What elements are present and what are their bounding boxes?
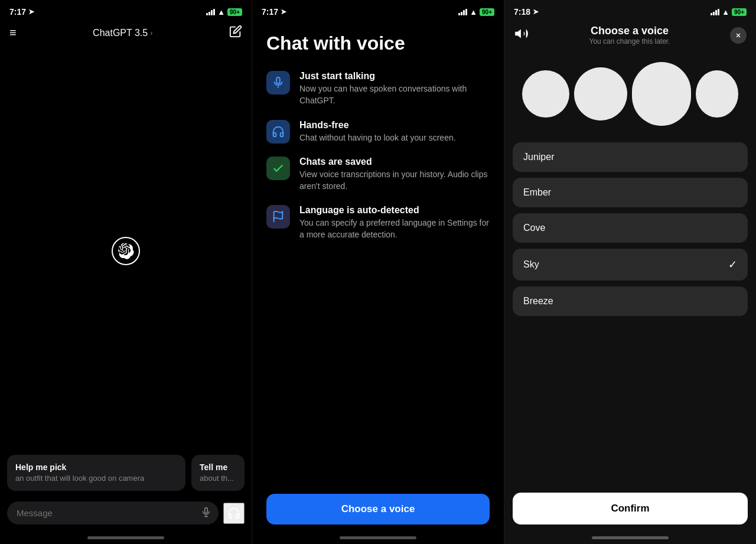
voice-avatar-4[interactable]: [696, 70, 738, 118]
input-bar: [0, 497, 252, 536]
voice-option-cove[interactable]: Cove: [513, 213, 748, 243]
battery-badge: 90+: [227, 8, 242, 16]
wifi-icon-2: ▲: [470, 8, 477, 17]
time-display-3: 7:18: [514, 7, 530, 17]
feature-icon-headphone: [266, 120, 290, 144]
signal-icon-3: [711, 9, 719, 15]
message-input-wrap: [7, 501, 219, 525]
wifi-icon-3: ▲: [722, 8, 729, 17]
suggestion-card-1[interactable]: Help me pick an outfit that will look go…: [7, 455, 185, 491]
suggestion-sub-1: an outfit that will look good on camera: [15, 474, 177, 484]
location-arrow-icon: ➤: [28, 8, 34, 16]
voice-option-sky[interactable]: Sky ✓: [513, 249, 748, 281]
selected-checkmark-icon: ✓: [728, 258, 737, 271]
suggestion-sub-2: about th...: [200, 474, 236, 484]
nav-bar: ≡ ChatGPT 3.5 ›: [0, 20, 252, 48]
message-input[interactable]: [7, 501, 219, 525]
feature-desc-language: You can specify a preferred language in …: [299, 217, 490, 240]
status-bar-3: 7:18 ➤ ▲ 90+: [504, 0, 756, 20]
voice-options-list: Juniper Ember Cove Sky ✓ Breeze: [504, 142, 756, 486]
home-indicator: [87, 536, 164, 539]
status-time-2: 7:17 ➤: [262, 7, 286, 17]
choose-voice-title: Choose a voice: [589, 25, 670, 37]
feature-title-language: Language is auto-detected: [299, 205, 490, 216]
feature-title-saved: Chats are saved: [299, 157, 490, 167]
feature-item-talking: Just start talking Now you can have spok…: [266, 71, 490, 106]
svg-rect-0: [205, 507, 208, 513]
title-chevron-icon: ›: [150, 28, 152, 37]
compose-button[interactable]: [229, 25, 242, 41]
voice-label-sky: Sky: [523, 259, 539, 270]
home-indicator-3: [592, 536, 669, 539]
choose-voice-header: Choose a voice You can change this later…: [504, 20, 756, 48]
svg-marker-6: [515, 29, 521, 38]
voice-avatar-3[interactable]: [632, 62, 691, 126]
feature-desc-talking: Now you can have spoken conversations wi…: [299, 83, 490, 106]
choose-voice-button[interactable]: Choose a voice: [266, 494, 490, 525]
location-arrow-icon-2: ➤: [281, 8, 286, 16]
voice-option-ember[interactable]: Ember: [513, 178, 748, 207]
feature-icon-flag: [266, 205, 290, 229]
voice-label-ember: Ember: [523, 187, 551, 198]
status-icons-2: ▲ 90+: [458, 8, 494, 17]
confirm-button[interactable]: Confirm: [513, 493, 748, 525]
feature-item-language: Language is auto-detected You can specif…: [266, 205, 490, 240]
battery-badge-3: 90+: [732, 8, 747, 16]
feature-desc-saved: View voice transcriptions in your histor…: [299, 169, 490, 192]
wifi-icon: ▲: [217, 8, 225, 17]
panel-chat-with-voice: 7:17 ➤ ▲ 90+ Chat with voice: [252, 0, 504, 544]
battery-badge-2: 90+: [480, 8, 494, 16]
signal-icon: [206, 9, 215, 15]
feature-title-talking: Just start talking: [299, 71, 490, 82]
chatgpt-logo: [112, 237, 140, 265]
voice-avatar-2[interactable]: [574, 67, 627, 120]
chat-title[interactable]: ChatGPT 3.5 ›: [93, 28, 152, 38]
menu-button[interactable]: ≡: [9, 26, 17, 40]
panel-choose-voice: 7:18 ➤ ▲ 90+ Choose a voice You can cha: [504, 0, 756, 544]
voice-intro-content: Chat with voice Just start talking Now y…: [252, 20, 504, 494]
voice-option-breeze[interactable]: Breeze: [513, 286, 748, 316]
voice-option-juniper[interactable]: Juniper: [513, 142, 748, 172]
status-time-3: 7:18 ➤: [514, 7, 539, 17]
svg-rect-3: [276, 77, 280, 84]
status-bar-1: 7:17 ➤ ▲ 90+: [0, 0, 252, 20]
status-icons-3: ▲ 90+: [711, 8, 747, 17]
suggestion-card-2[interactable]: Tell me about th...: [191, 455, 245, 491]
feature-title-handsfree: Hands-free: [299, 120, 456, 131]
time-display-2: 7:17: [262, 7, 278, 17]
choose-voice-header-center: Choose a voice You can change this later…: [589, 25, 670, 45]
voice-avatars-row: [504, 48, 756, 142]
chat-center-area: [0, 48, 252, 455]
mic-icon: [201, 507, 211, 520]
close-button[interactable]: [730, 27, 747, 44]
suggestion-title-2: Tell me: [200, 462, 236, 473]
feature-icon-mic: [266, 71, 290, 95]
signal-icon-2: [458, 9, 467, 15]
voice-label-breeze: Breeze: [523, 296, 553, 307]
panel-chatgpt-main: 7:17 ➤ ▲ 90+ ≡ ChatGPT 3.5 ›: [0, 0, 252, 544]
suggestion-title-1: Help me pick: [15, 462, 177, 473]
status-time-1: 7:17 ➤: [9, 7, 34, 17]
location-arrow-icon-3: ➤: [533, 8, 539, 16]
feature-text-handsfree: Hands-free Chat without having to look a…: [299, 120, 456, 144]
choose-voice-subtitle: You can change this later.: [589, 37, 670, 45]
speaker-icon: [514, 26, 529, 45]
feature-desc-handsfree: Chat without having to look at your scre…: [299, 132, 456, 144]
feature-item-saved: Chats are saved View voice transcription…: [266, 157, 490, 192]
feature-icon-check: [266, 157, 290, 180]
time-display: 7:17: [9, 7, 26, 17]
status-bar-2: 7:17 ➤ ▲ 90+: [252, 0, 504, 20]
feature-text-language: Language is auto-detected You can specif…: [299, 205, 490, 240]
home-indicator-2: [340, 536, 416, 539]
voice-label-juniper: Juniper: [523, 152, 554, 162]
status-icons-1: ▲ 90+: [206, 8, 242, 17]
suggestion-cards: Help me pick an outfit that will look go…: [0, 455, 252, 497]
voice-intro-title: Chat with voice: [266, 32, 490, 54]
feature-text-talking: Just start talking Now you can have spok…: [299, 71, 490, 106]
headphone-button[interactable]: [223, 503, 245, 524]
feature-text-saved: Chats are saved View voice transcription…: [299, 157, 490, 192]
voice-label-cove: Cove: [523, 223, 545, 233]
voice-avatar-1[interactable]: [522, 70, 569, 118]
feature-item-handsfree: Hands-free Chat without having to look a…: [266, 120, 490, 144]
